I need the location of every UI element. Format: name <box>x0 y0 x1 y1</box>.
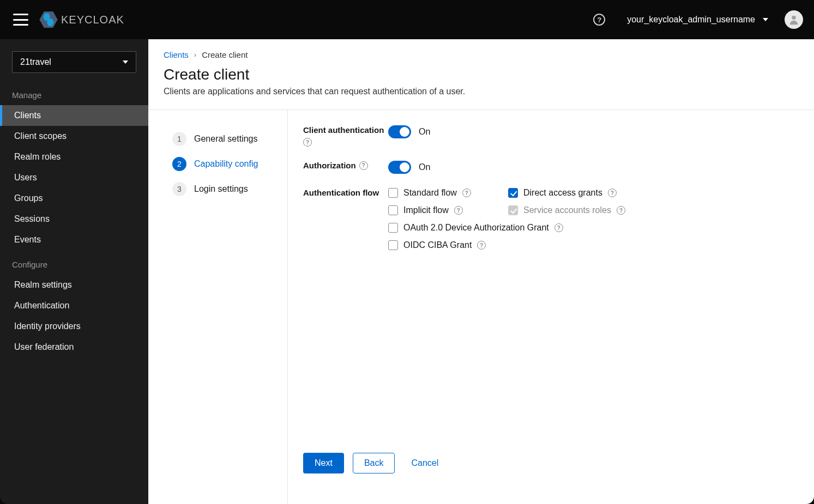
nav-group-configure: Configure <box>0 250 148 275</box>
direct-access-grants-checkbox[interactable] <box>508 188 518 198</box>
nav-group-manage: Manage <box>0 81 148 105</box>
sidebar-item-clients[interactable]: Clients <box>0 105 148 126</box>
help-icon[interactable]: ? <box>554 223 563 232</box>
client-authentication-label: Client authentication ? <box>303 125 388 147</box>
main-content: Clients › Create client Create client Cl… <box>148 39 814 504</box>
authorization-label: Authorization ? <box>303 161 388 170</box>
standard-flow-checkbox[interactable] <box>388 188 398 198</box>
page-title: Create client <box>164 66 799 83</box>
username: your_keycloak_admin_username <box>627 15 755 25</box>
next-button[interactable]: Next <box>303 453 344 473</box>
help-icon[interactable]: ? <box>477 241 486 250</box>
app-header: KEYCLOAK ? your_keycloak_admin_username <box>0 0 814 39</box>
sidebar-item-realm-roles[interactable]: Realm roles <box>0 147 148 167</box>
logo-text: KEYCLOAK <box>61 14 124 26</box>
sidebar-item-user-federation[interactable]: User federation <box>0 337 148 357</box>
sidebar-item-realm-settings[interactable]: Realm settings <box>0 275 148 295</box>
service-accounts-roles-option: Service accounts roles ? <box>508 205 650 215</box>
cancel-button[interactable]: Cancel <box>403 453 446 473</box>
form-area: Client authentication ? On Authorization… <box>288 110 814 504</box>
client-authentication-value: On <box>419 127 430 137</box>
sidebar-item-events[interactable]: Events <box>0 229 148 250</box>
sidebar: 21travel Manage Clients Client scopes Re… <box>0 39 148 504</box>
chevron-right-icon: › <box>194 51 196 59</box>
wizard-step-label: Capability config <box>194 159 258 169</box>
hamburger-icon[interactable] <box>13 14 28 26</box>
sidebar-item-groups[interactable]: Groups <box>0 188 148 209</box>
wizard-step-number: 3 <box>172 182 186 196</box>
help-icon[interactable]: ? <box>617 206 625 215</box>
direct-access-grants-option[interactable]: Direct access grants ? <box>508 188 650 198</box>
oidc-ciba-grant-checkbox[interactable] <box>388 240 398 250</box>
svg-point-3 <box>792 16 795 20</box>
client-authentication-toggle[interactable] <box>388 125 411 138</box>
keycloak-logo-icon <box>39 11 58 28</box>
oauth-device-grant-checkbox[interactable] <box>388 223 398 233</box>
realm-selector-value: 21travel <box>20 57 51 67</box>
sidebar-item-authentication[interactable]: Authentication <box>0 295 148 316</box>
wizard-step-number: 1 <box>172 132 186 146</box>
user-menu[interactable]: your_keycloak_admin_username <box>627 15 768 25</box>
realm-selector[interactable]: 21travel <box>12 51 136 73</box>
avatar[interactable] <box>785 10 803 29</box>
help-icon[interactable]: ? <box>608 189 617 197</box>
wizard-step-label: General settings <box>194 134 258 144</box>
wizard-nav: 1 General settings 2 Capability config 3… <box>159 110 288 504</box>
implicit-flow-checkbox[interactable] <box>388 205 398 215</box>
service-accounts-roles-checkbox <box>508 205 518 215</box>
sidebar-item-sessions[interactable]: Sessions <box>0 209 148 229</box>
implicit-flow-option[interactable]: Implicit flow ? <box>388 205 508 215</box>
help-icon[interactable]: ? <box>462 189 471 197</box>
help-icon[interactable]: ? <box>454 206 463 215</box>
breadcrumb-current: Create client <box>202 50 248 59</box>
back-button[interactable]: Back <box>353 453 395 473</box>
sidebar-item-client-scopes[interactable]: Client scopes <box>0 126 148 147</box>
standard-flow-option[interactable]: Standard flow ? <box>388 188 508 198</box>
wizard-step-label: Login settings <box>194 184 248 194</box>
wizard-step-general-settings[interactable]: 1 General settings <box>172 126 287 151</box>
logo[interactable]: KEYCLOAK <box>39 11 124 28</box>
help-icon[interactable]: ? <box>593 14 605 26</box>
breadcrumb: Clients › Create client <box>148 39 814 63</box>
help-icon[interactable]: ? <box>359 161 368 170</box>
wizard-step-capability-config[interactable]: 2 Capability config <box>172 151 287 177</box>
wizard-step-number: 2 <box>172 157 186 171</box>
breadcrumb-parent[interactable]: Clients <box>164 50 189 59</box>
chevron-down-icon <box>763 18 768 21</box>
wizard-step-login-settings[interactable]: 3 Login settings <box>172 177 287 202</box>
authorization-toggle[interactable] <box>388 161 411 174</box>
sidebar-item-users[interactable]: Users <box>0 167 148 188</box>
authentication-flow-label: Authentication flow <box>303 188 388 197</box>
chevron-down-icon <box>123 60 128 64</box>
wizard-actions: Next Back Cancel <box>303 442 792 504</box>
help-icon[interactable]: ? <box>303 138 312 147</box>
sidebar-item-identity-providers[interactable]: Identity providers <box>0 316 148 337</box>
page-description: Clients are applications and services th… <box>164 87 799 96</box>
oauth-device-grant-option[interactable]: OAuth 2.0 Device Authorization Grant ? <box>388 223 650 233</box>
oidc-ciba-grant-option[interactable]: OIDC CIBA Grant ? <box>388 240 650 250</box>
authorization-value: On <box>419 162 430 172</box>
